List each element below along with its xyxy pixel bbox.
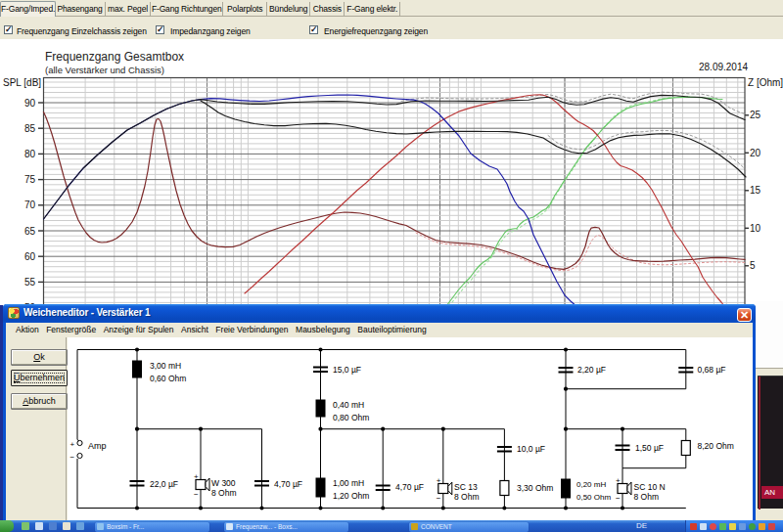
svg-text:90: 90 (24, 98, 36, 109)
svg-text:10: 10 (750, 223, 761, 234)
svg-text:Z [Ohm]: Z [Ohm] (748, 77, 783, 88)
svg-text:25: 25 (750, 110, 761, 120)
svg-text:22,0 µF: 22,0 µF (150, 479, 178, 489)
svg-text:5: 5 (750, 260, 756, 271)
svg-text:0,68 µF: 0,68 µF (698, 365, 726, 375)
svg-text:W 300: W 300 (211, 478, 236, 488)
svg-text:1,20 Ohm: 1,20 Ohm (333, 491, 369, 501)
svg-text:2,20 µF: 2,20 µF (577, 365, 606, 375)
svg-text:(alle Verstärker und Chassis): (alle Verstärker und Chassis) (45, 65, 164, 75)
svg-text:+: + (437, 476, 441, 485)
svg-text:55: 55 (24, 277, 36, 288)
svg-text:0,40 mH: 0,40 mH (333, 400, 364, 410)
svg-text:−: − (616, 494, 621, 503)
svg-text:4,70 µF: 4,70 µF (395, 482, 424, 492)
svg-text:8 Ohm: 8 Ohm (634, 492, 660, 502)
svg-text:SC 13: SC 13 (454, 482, 478, 492)
svg-text:80: 80 (24, 149, 36, 159)
svg-text:10,0 µF: 10,0 µF (517, 444, 545, 454)
svg-text:0,60 Ohm: 0,60 Ohm (150, 374, 186, 383)
svg-text:3,30 Ohm: 3,30 Ohm (517, 483, 553, 493)
svg-text:15,0 µF: 15,0 µF (333, 365, 361, 375)
svg-text:+: + (194, 472, 199, 481)
svg-text:1,50 µF: 1,50 µF (635, 443, 664, 453)
svg-text:20: 20 (750, 148, 761, 158)
svg-text:8 Ohm: 8 Ohm (211, 488, 237, 498)
svg-text:1,00 mH: 1,00 mH (333, 478, 364, 488)
svg-text:+: + (70, 440, 75, 449)
svg-text:0,20 mH: 0,20 mH (576, 480, 606, 489)
svg-text:8 Ohm: 8 Ohm (454, 492, 480, 502)
svg-text:Frequenzgang Gesamtbox: Frequenzgang Gesamtbox (45, 50, 184, 64)
svg-text:8,20 Ohm: 8,20 Ohm (698, 441, 734, 451)
svg-text:0,50 Ohm: 0,50 Ohm (576, 493, 611, 502)
svg-text:0,80 Ohm: 0,80 Ohm (333, 413, 369, 422)
svg-text:15: 15 (750, 185, 761, 196)
svg-text:85: 85 (24, 123, 36, 134)
svg-text:75: 75 (24, 174, 36, 185)
svg-text:+: + (616, 476, 621, 485)
svg-text:3,00 mH: 3,00 mH (150, 361, 181, 371)
svg-text:70: 70 (24, 200, 36, 210)
svg-text:65: 65 (24, 226, 36, 237)
svg-text:−: − (194, 490, 199, 499)
svg-text:28.09.2014: 28.09.2014 (699, 62, 748, 72)
svg-text:4,70 µF: 4,70 µF (274, 479, 302, 489)
svg-text:Amp: Amp (88, 441, 107, 451)
svg-text:60: 60 (24, 251, 36, 262)
svg-text:−: − (437, 494, 441, 503)
svg-text:−: − (70, 453, 75, 462)
svg-text:SC 10 N: SC 10 N (634, 482, 666, 492)
svg-text:SPL [dB]: SPL [dB] (3, 77, 41, 88)
